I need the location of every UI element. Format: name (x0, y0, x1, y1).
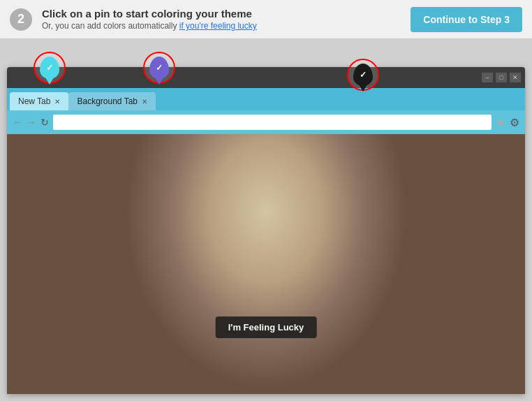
feeling-lucky-link[interactable]: if you're feeling lucky (179, 21, 257, 31)
close-button[interactable]: ✕ (510, 73, 521, 82)
browser-mockup: – □ ✕ New Tab ✕ Background Tab ✕ ← → ↻ ★… (7, 67, 525, 394)
step-title: Click on a pin to start coloring your th… (42, 8, 411, 20)
settings-button[interactable]: ⚙ (510, 116, 519, 129)
forward-button[interactable]: → (27, 117, 36, 128)
continue-button[interactable]: Continue to Step 3 (411, 7, 522, 32)
refresh-button[interactable]: ↻ (40, 117, 49, 128)
maximize-button[interactable]: □ (496, 73, 507, 82)
tab-background-close[interactable]: ✕ (142, 98, 147, 105)
pin-toolbar-circle: ✓ (347, 59, 379, 91)
tab-new[interactable]: New Tab ✕ (10, 92, 68, 110)
feeling-lucky-popup[interactable]: I'm Feeling Lucky (216, 316, 317, 338)
tab-background[interactable]: Background Tab ✕ (68, 92, 156, 110)
pin-tab1-circle: ✓ (34, 52, 66, 84)
top-bar: 2 Click on a pin to start coloring your … (0, 0, 532, 39)
step-number: 2 (10, 8, 32, 31)
tab-background-label: Background Tab (77, 96, 138, 106)
subtitle-text: Or, you can add colors automatically (42, 21, 177, 31)
back-button[interactable]: ← (13, 117, 22, 128)
minimize-button[interactable]: – (482, 73, 493, 82)
pin-tab2[interactable]: ✓ (143, 52, 175, 84)
pin-tab2-drop: ✓ (149, 57, 169, 79)
pin-tab2-circle: ✓ (143, 52, 175, 84)
browser-chrome: – □ ✕ (7, 67, 525, 88)
address-bar: ← → ↻ ★ ⚙ (7, 110, 525, 134)
pin-toolbar-icon: ✓ (360, 70, 367, 80)
tab-new-close[interactable]: ✕ (54, 98, 60, 105)
url-input[interactable] (53, 115, 492, 130)
tabs-bar: New Tab ✕ Background Tab ✕ (7, 88, 525, 110)
step-text: Click on a pin to start coloring your th… (42, 8, 411, 31)
pin-toolbar[interactable]: ✓ (347, 59, 379, 91)
browser-background: I'm Feeling Lucky (7, 134, 525, 394)
tab-new-label: New Tab (18, 96, 50, 106)
pin-tab1-icon: ✓ (46, 63, 53, 73)
step-subtitle: Or, you can add colors automatically if … (42, 21, 411, 31)
pin-tab2-icon: ✓ (156, 63, 163, 73)
pin-tab1-drop: ✓ (40, 57, 59, 79)
browser-content[interactable]: I'm Feeling Lucky (7, 134, 525, 394)
bookmark-button[interactable]: ★ (496, 116, 505, 129)
main-content: – □ ✕ New Tab ✕ Background Tab ✕ ← → ↻ ★… (0, 39, 532, 401)
pin-toolbar-drop: ✓ (353, 64, 373, 86)
pin-tab1[interactable]: ✓ (34, 52, 66, 84)
